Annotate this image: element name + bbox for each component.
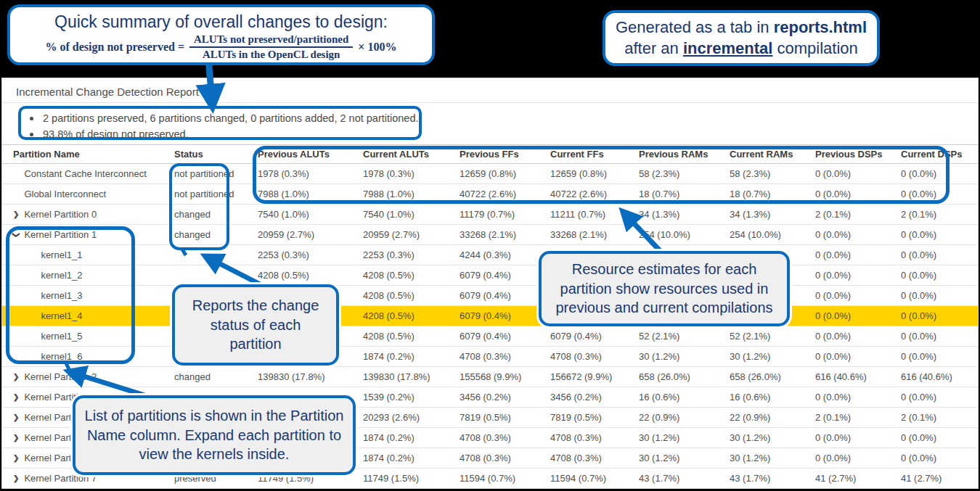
previous-dsps-cell: 2 (0.1%) <box>804 209 890 220</box>
previous-aluts-cell: 20959 (2.7%) <box>247 229 352 240</box>
partition-name-cell[interactable]: ❯ Kernel Partition 1 <box>2 229 163 240</box>
status-cell: changed <box>163 209 247 220</box>
previous-rams-cell: 30 (1.2%) <box>628 432 719 443</box>
col-header-current-rams: Current RAMs <box>719 149 804 160</box>
resources-note-callout: Resource estimates for each partition sh… <box>539 251 790 326</box>
annotated-report-screenshot: { "colors": { "accent_blue": "#0a6cbf", … <box>0 0 980 491</box>
previous-ffs-cell: 11594 (0.7%) <box>449 473 539 484</box>
current-dsps-cell: 0 (0.0%) <box>890 331 978 342</box>
previous-dsps-cell: 41 (2.7%) <box>804 473 890 484</box>
partition-name-cell: ❯ kernel1_5 <box>2 331 163 342</box>
formula-fraction: ALUTs not preserved/partitioned ALUTs in… <box>189 33 353 61</box>
status-cell: not partitioned <box>163 168 247 179</box>
previous-ffs-cell: 6079 (0.4%) <box>449 290 539 301</box>
current-ffs-cell: 4708 (0.3%) <box>539 432 628 443</box>
partition-name-text: Kernel Partition 1 <box>24 229 97 240</box>
current-aluts-cell: 2253 (0.3%) <box>352 249 449 260</box>
current-ffs-cell: 4708 (0.3%) <box>539 351 628 362</box>
current-aluts-cell: 20293 (2.6%) <box>352 412 449 423</box>
current-dsps-cell: 0 (0.0%) <box>890 229 978 240</box>
current-aluts-cell: 4208 (0.5%) <box>352 290 449 301</box>
expand-chevron-icon[interactable]: ❯ <box>13 211 19 218</box>
expand-chevron-icon[interactable]: ❯ <box>12 231 20 237</box>
expand-chevron-icon[interactable]: ❯ <box>13 434 19 442</box>
current-ffs-cell: 11211 (0.7%) <box>539 209 628 220</box>
partition-name-cell: ❯ kernel1_3 <box>2 290 163 301</box>
summary-bullet-2: 93.8% of design not preserved. <box>30 126 978 142</box>
table-row[interactable]: ❯ kernel1_2 4208 (0.5%) 4208 (0.5%) 6079… <box>2 265 978 286</box>
expand-chevron-icon[interactable]: ❯ <box>13 475 19 482</box>
preservation-formula: % of design not preserved = ALUTs not pr… <box>10 33 432 61</box>
previous-dsps-cell: 2 (0.1%) <box>804 412 890 423</box>
previous-rams-cell: 30 (1.2%) <box>628 453 719 463</box>
current-rams-cell: 58 (2.3%) <box>719 168 804 179</box>
col-header-status: Status <box>163 149 247 160</box>
partition-name-cell[interactable]: ❯ Kernel Partition 2 <box>2 371 163 382</box>
partition-name-text: Global Interconnect <box>24 189 106 199</box>
previous-ffs-cell: 6079 (0.4%) <box>449 270 539 281</box>
partition-name-cell: ❯ kernel1_1 <box>2 249 163 260</box>
current-aluts-cell: 11749 (1.5%) <box>352 473 449 484</box>
current-rams-cell: 254 (10.0%) <box>719 229 804 240</box>
previous-ffs-cell: 12659 (0.8%) <box>449 168 539 179</box>
current-dsps-cell: 0 (0.0%) <box>890 189 978 199</box>
table-row[interactable]: ❯ Constant Cache Interconnect not partit… <box>2 164 978 184</box>
current-aluts-cell: 4208 (0.5%) <box>352 270 449 281</box>
current-aluts-cell: 4208 (0.5%) <box>352 310 449 321</box>
current-rams-cell: 34 (1.3%) <box>719 209 804 220</box>
current-aluts-cell: 7988 (1.0%) <box>352 189 449 199</box>
table-row[interactable]: ❯ kernel1_3 4208 (0.5%) 4208 (0.5%) 6079… <box>2 286 978 306</box>
expand-chevron-icon[interactable]: ❯ <box>13 394 19 401</box>
previous-rams-cell: 58 (2.3%) <box>628 168 719 179</box>
previous-aluts-cell: 2253 (0.3%) <box>247 249 352 260</box>
current-dsps-cell: 41 (2.7%) <box>890 473 978 484</box>
expand-chevron-icon[interactable]: ❯ <box>13 374 19 381</box>
table-row[interactable]: ❯ kernel1_4 4208 (0.5%) 4208 (0.5%) 6079… <box>2 306 978 326</box>
partition-name-text: kernel1_1 <box>41 249 82 260</box>
table-row[interactable]: ❯ Kernel Partition 2 changed 139830 (17.… <box>2 367 978 387</box>
current-dsps-cell: 0 (0.0%) <box>890 351 978 362</box>
previous-aluts-cell: 7988 (1.0%) <box>247 189 352 199</box>
current-dsps-cell: 0 (0.0%) <box>890 270 978 281</box>
partition-name-cell: ❯ Global Interconnect <box>2 189 163 199</box>
table-row[interactable]: ❯ Global Interconnect not partitioned 79… <box>2 184 978 205</box>
summary-bullet-1: 2 partitions preserved, 6 partitions cha… <box>30 110 978 126</box>
expand-chevron-icon[interactable]: ❯ <box>13 414 19 421</box>
previous-ffs-cell: 3456 (0.2%) <box>449 392 539 403</box>
col-header-previous-rams: Previous RAMs <box>628 149 719 160</box>
previous-rams-cell: 18 (0.7%) <box>628 189 719 199</box>
table-header-row: Partition Name Status Previous ALUTs Cur… <box>2 144 978 164</box>
previous-dsps-cell: 0 (0.0%) <box>804 310 890 321</box>
summary-bullet-2-text: 93.8% of design not preserved. <box>43 128 189 140</box>
current-ffs-cell: 4708 (0.3%) <box>539 453 628 463</box>
previous-rams-cell: 254 (10.0%) <box>628 229 719 240</box>
col-header-current-aluts: Current ALUTs <box>352 149 449 160</box>
current-rams-cell: 43 (1.7%) <box>719 473 804 484</box>
expand-chevron-icon[interactable]: ❯ <box>13 455 19 462</box>
current-dsps-cell: 2 (0.1%) <box>890 412 978 423</box>
summary-callout-title: Quick summary of overall changes to desi… <box>10 12 432 32</box>
previous-dsps-cell: 0 (0.0%) <box>804 290 890 301</box>
current-ffs-cell: 7819 (0.5%) <box>539 412 628 423</box>
table-row[interactable]: ❯ kernel1_1 2253 (0.3%) 2253 (0.3%) 4244… <box>2 245 978 265</box>
current-rams-cell: 16 (0.6%) <box>719 392 804 403</box>
table-row[interactable]: ❯ Kernel Partition 1 changed 20959 (2.7%… <box>2 225 978 245</box>
partition-name-cell[interactable]: ❯ Kernel Partition 0 <box>2 209 163 220</box>
table-row[interactable]: ❯ Kernel Partition 0 changed 7540 (1.0%)… <box>2 205 978 225</box>
current-dsps-cell: 0 (0.0%) <box>890 392 978 403</box>
current-rams-cell: 658 (26.0%) <box>719 371 804 382</box>
status-cell: changed <box>163 371 247 382</box>
previous-dsps-cell: 0 (0.0%) <box>804 453 890 463</box>
table-row[interactable]: ❯ kernel1_5 4208 (0.5%) 4208 (0.5%) 6079… <box>2 326 978 347</box>
current-dsps-cell: 2 (0.1%) <box>890 209 978 220</box>
current-dsps-cell: 0 (0.0%) <box>890 249 978 260</box>
col-header-previous-ffs: Previous FFs <box>449 149 539 160</box>
current-aluts-cell: 20959 (2.7%) <box>352 229 449 240</box>
current-aluts-cell: 1874 (0.2%) <box>352 453 449 463</box>
current-dsps-cell: 0 (0.0%) <box>890 310 978 321</box>
previous-ffs-cell: 155568 (9.9%) <box>449 371 539 382</box>
table-row[interactable]: ❯ kernel1_6 1874 (0.2%) 1874 (0.2%) 4708… <box>2 347 978 367</box>
partition-name-text: kernel1_5 <box>41 331 82 342</box>
partition-name-text: Kernel Partition 2 <box>24 371 97 382</box>
previous-ffs-cell: 33268 (2.1%) <box>449 229 539 240</box>
